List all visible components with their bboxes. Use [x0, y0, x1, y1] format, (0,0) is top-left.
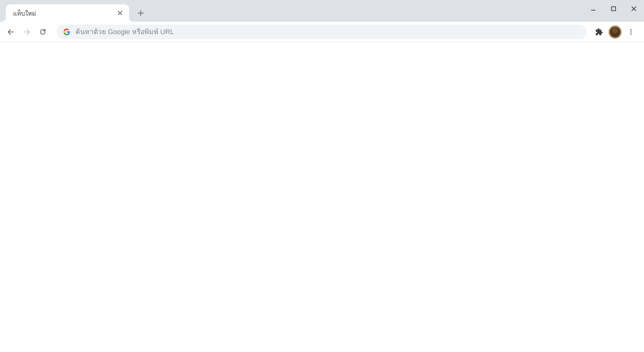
kebab-icon — [627, 28, 635, 36]
minimize-button[interactable] — [583, 0, 603, 17]
puzzle-icon — [595, 28, 603, 36]
avatar-icon — [610, 27, 620, 37]
google-icon — [63, 28, 70, 36]
maximize-button[interactable] — [603, 0, 624, 17]
extensions-button[interactable] — [592, 25, 606, 39]
window-controls — [583, 0, 644, 17]
reload-icon — [39, 28, 47, 36]
close-icon — [631, 6, 637, 12]
maximize-icon — [611, 6, 616, 11]
address-bar[interactable] — [57, 25, 587, 39]
toolbar-right — [592, 25, 640, 39]
arrow-left-icon — [7, 28, 15, 36]
window-close-button[interactable] — [624, 0, 644, 17]
new-tab-button[interactable] — [134, 7, 147, 20]
reload-button[interactable] — [36, 25, 50, 39]
content-area — [0, 42, 644, 352]
tabs-bar: แท็บใหม่ — [0, 0, 644, 22]
svg-rect-0 — [612, 7, 616, 11]
tab-active[interactable]: แท็บใหม่ — [6, 4, 129, 22]
back-button[interactable] — [4, 25, 18, 39]
menu-button[interactable] — [624, 25, 638, 39]
svg-point-3 — [630, 33, 631, 34]
omnibox-input[interactable] — [75, 28, 580, 36]
minimize-icon — [590, 6, 596, 12]
tab-close-button[interactable] — [116, 9, 124, 17]
toolbar — [0, 22, 644, 42]
svg-point-1 — [630, 29, 631, 30]
plus-icon — [137, 10, 144, 16]
tab-title: แท็บใหม่ — [13, 8, 116, 18]
profile-avatar-button[interactable] — [608, 25, 622, 38]
forward-button[interactable] — [20, 25, 34, 39]
svg-point-2 — [630, 31, 631, 32]
arrow-right-icon — [23, 28, 31, 36]
close-icon — [117, 11, 123, 16]
